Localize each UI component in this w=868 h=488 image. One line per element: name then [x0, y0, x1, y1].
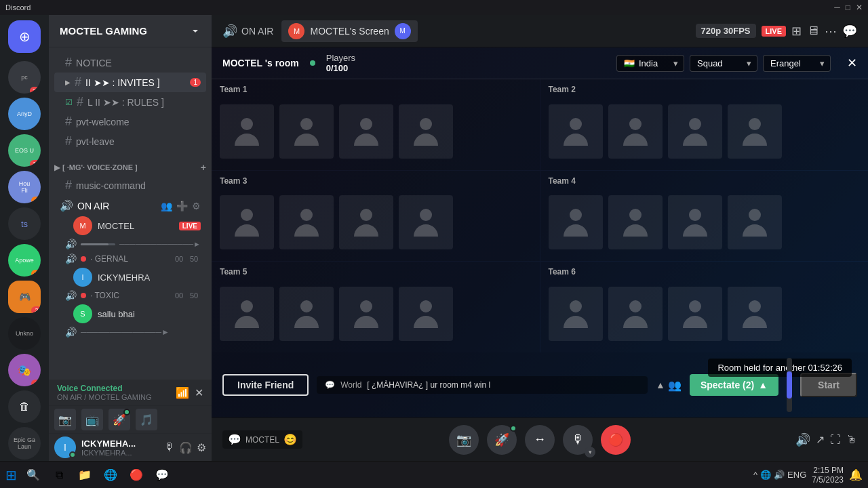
server-dropdown-icon[interactable]	[190, 26, 201, 37]
taskbar-discord[interactable]: 💬	[151, 464, 173, 486]
user-tag-name-gernal: · GERNAL	[90, 254, 128, 264]
camera-btn[interactable]: 📷	[54, 409, 76, 430]
headset-icon[interactable]: 🎧	[179, 441, 193, 454]
channel-item-pvt-welcome[interactable]: # pvt-welcome	[54, 112, 206, 131]
invite-friend-button[interactable]: Invite Friend	[222, 374, 309, 396]
scrollbar[interactable]	[787, 358, 792, 412]
share-btn[interactable]: 🚀	[108, 409, 130, 430]
channel-name: pvt-welcome	[76, 117, 130, 127]
scroll-up-icon[interactable]: ▲	[656, 380, 665, 390]
volume-row-gernal: 🔊 · GERNAL 00 50	[54, 251, 206, 266]
add-channel-icon[interactable]: +	[201, 162, 206, 173]
add-player-icon[interactable]: 👥	[668, 379, 682, 392]
taskbar-task-view[interactable]: ⧉	[48, 464, 70, 486]
screen-icon[interactable]: 🖥	[807, 24, 819, 38]
window-controls[interactable]: ─ □ ✕	[834, 3, 863, 12]
hash-icon: #	[75, 75, 81, 89]
svg-point-18	[360, 300, 372, 312]
voice-user-sallu[interactable]: S sallu bhai	[54, 303, 206, 325]
server-icon-ts[interactable]: ts	[8, 207, 41, 240]
server-icon-epic[interactable]: Epic GaLaun	[8, 427, 41, 460]
swap-control-btn[interactable]: ↔	[525, 425, 555, 455]
team-label-3: Team 3	[220, 176, 532, 186]
spectate-button[interactable]: Spectate (2) ▲	[690, 374, 778, 396]
channel-item-music[interactable]: # music-command	[54, 176, 206, 195]
taskbar-chrome[interactable]: 🌐	[100, 464, 121, 486]
expand-icon[interactable]: ↗	[816, 433, 825, 446]
notification-icon[interactable]: 🔔	[849, 468, 863, 481]
fullscreen-icon[interactable]: ⛶	[830, 434, 841, 446]
microphone-icon[interactable]: 🎙	[164, 441, 175, 454]
server-icon-recycl[interactable]: 🗑	[8, 390, 41, 423]
server-icon-apowe[interactable]: Apowe7	[8, 244, 41, 277]
mic-chevron[interactable]: ▾	[585, 447, 595, 458]
channel-name: L II ➤➤ : RULES ]	[87, 97, 164, 108]
category-voice-zone[interactable]: ▶ [ ·MG'· VOICE·ZONE ] +	[49, 151, 212, 176]
channel-item-notice[interactable]: # NOTICE	[54, 53, 206, 73]
taskbar-explorer[interactable]: 📁	[74, 464, 96, 486]
room-close-button[interactable]: ✕	[847, 56, 857, 70]
close-button[interactable]: ✕	[856, 3, 863, 12]
server-icon-anyd[interactable]: AnyD	[8, 98, 41, 130]
discord-home-button[interactable]: ⊕	[8, 20, 41, 53]
voice-channel-header[interactable]: 🔊 ON AIR 👥 ➕ ⚙	[54, 197, 206, 215]
server-icon-unkno[interactable]: Unkno	[8, 317, 41, 350]
country-dropdown[interactable]: 🇮🇳 India	[616, 55, 684, 72]
user-controls: I ICKYMEHA... ICKYMEHRA... 🎙 🎧 ⚙	[49, 433, 212, 461]
voice-user-name-sallu: sallu bhai	[98, 309, 135, 319]
vol-label-00b: 00	[175, 291, 186, 300]
server-icon-pj[interactable]: 🎭8	[8, 354, 41, 386]
server-icon-moctel[interactable]: 🎮 3	[8, 281, 41, 313]
rocket-control-btn[interactable]: 🚀	[487, 425, 517, 455]
windows-start-button[interactable]: ⊞	[5, 467, 17, 483]
grid-icon[interactable]: ⊞	[791, 24, 802, 39]
network-icon[interactable]: 🌐	[760, 470, 771, 480]
stream-on-air: 🔊 ON AIR	[222, 24, 273, 39]
taskbar-search[interactable]: 🔍	[22, 464, 44, 486]
more-icon[interactable]: ⋯	[825, 24, 837, 39]
voice-connected-bar: Voice Connected ON AIR / MOCTEL GAMING 📶…	[49, 380, 212, 405]
server-icon-pc[interactable]: pc 21	[8, 61, 41, 94]
voice-settings-icon[interactable]: ⚙	[192, 201, 201, 211]
taskbar-app-red[interactable]: 🔴	[125, 464, 147, 486]
camera-control-btn[interactable]: 📷	[449, 425, 479, 455]
team-label-2: Team 2	[549, 85, 861, 94]
channel-item-rules[interactable]: ☑ # L II ➤➤ : RULES ]	[54, 92, 206, 112]
voice-disconnect-icon[interactable]: ✕	[195, 386, 203, 399]
channel-item-pvt-leave[interactable]: # pvt-leave	[54, 131, 206, 151]
mouse-icon[interactable]: 🖱	[846, 434, 857, 446]
voice-add-icon[interactable]: ➕	[176, 201, 188, 211]
maximize-button[interactable]: □	[846, 3, 850, 12]
stream-btn[interactable]: 📺	[81, 409, 103, 430]
svg-point-7	[749, 118, 761, 130]
server-icon-eos[interactable]: EOS U13	[8, 134, 41, 167]
server-icon-house[interactable]: HouFli9	[8, 171, 41, 203]
map-dropdown[interactable]: Erangel	[763, 55, 831, 72]
volume-bar[interactable]	[81, 243, 115, 245]
stream-quality: 720p 30FPS	[696, 24, 756, 38]
chat-panel-icon[interactable]: 💬	[842, 24, 857, 39]
lang-label: ENG	[787, 470, 806, 480]
voice-sound-icon[interactable]: 📶	[176, 386, 189, 399]
minimize-button[interactable]: ─	[834, 3, 840, 12]
players-count-value: 0/100	[326, 63, 349, 73]
voice-user-moctel[interactable]: M MOCTEL LIVE	[54, 215, 206, 237]
svg-point-2	[360, 118, 372, 130]
voice-user-icky[interactable]: I ICKYMEHRA	[54, 266, 206, 288]
user-settings-icon[interactable]: ⚙	[197, 441, 206, 454]
channel-item-invites[interactable]: ▶ # II ➤➤ : INVITES ] 1	[54, 73, 206, 92]
volume-ctrl-icon[interactable]: 🔊	[795, 432, 810, 447]
channel-name: NOTICE	[76, 58, 112, 68]
mode-dropdown[interactable]: Squad	[690, 55, 757, 72]
server-header[interactable]: MOCTEL GAMING	[49, 15, 212, 47]
tray-arrow[interactable]: ^	[753, 470, 757, 480]
audio-btn[interactable]: 🎵	[136, 409, 157, 430]
player-slot	[220, 104, 274, 159]
volume-tray-icon[interactable]: 🔊	[774, 470, 785, 480]
stop-stream-btn[interactable]: 🔴	[601, 425, 631, 455]
voice-members-icon[interactable]: 👥	[161, 201, 172, 211]
stream-screen-selector[interactable]: M MOCTEL's Screen M	[281, 20, 417, 42]
svg-point-10	[360, 209, 372, 221]
volume-icon-4: 🔊	[65, 327, 77, 338]
vol-label-50a: 50	[190, 255, 201, 263]
